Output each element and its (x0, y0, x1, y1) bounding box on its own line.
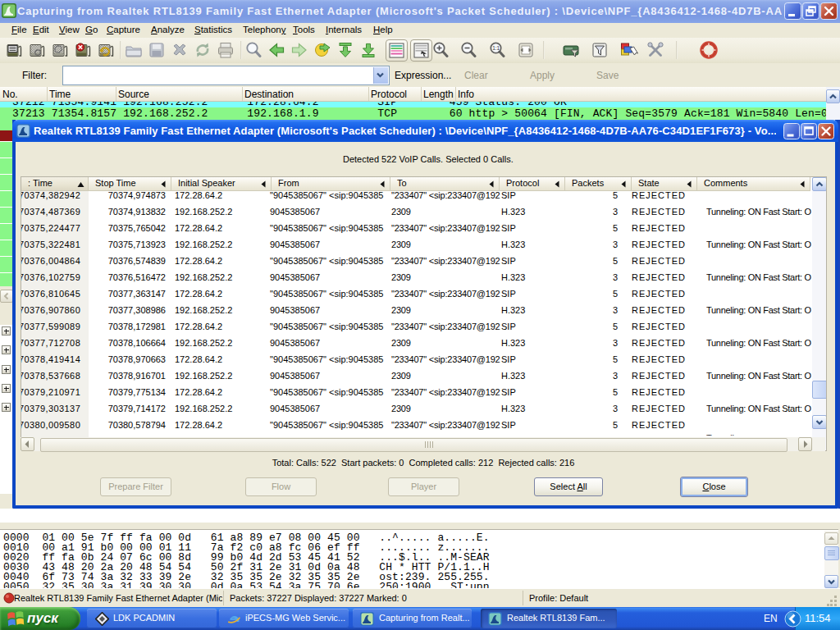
svg-text:1:1: 1:1 (492, 45, 500, 51)
